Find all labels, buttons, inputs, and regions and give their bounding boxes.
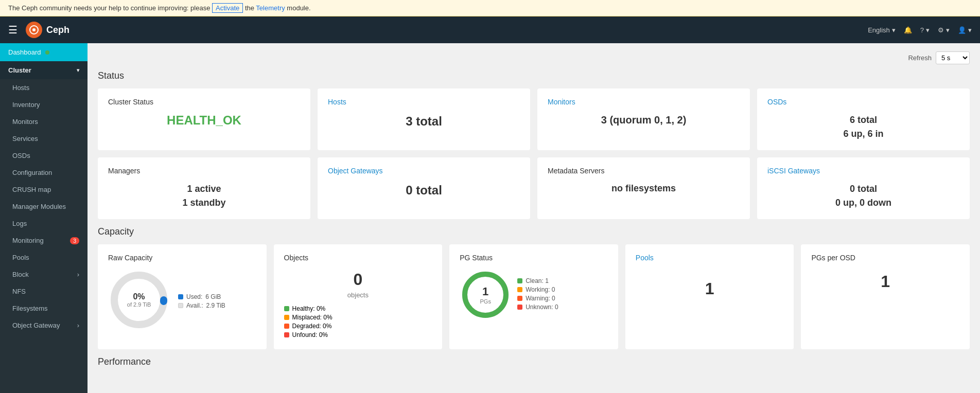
objects-value: 0 [284,270,432,289]
bell-icon[interactable]: 🔔 [904,26,912,34]
pg-status-card: PG Status 1 PGs [449,244,618,349]
working-dot [517,287,522,292]
sidebar-item-monitoring[interactable]: Monitoring 3 [0,232,87,249]
status-cards-row2: Managers 1 active 1 standby Object Gatew… [98,157,970,219]
help-icon[interactable]: ? ▾ [920,26,930,34]
logo-icon [26,22,42,38]
pg-center: 1 PGs [480,285,491,305]
degraded-dot [284,324,289,329]
sidebar-item-hosts[interactable]: Hosts [0,79,87,96]
sidebar-cluster-header[interactable]: Cluster ▾ [0,61,87,79]
chevron-right-icon: › [77,321,79,329]
logo: Ceph [26,22,69,38]
unfound-dot [284,332,289,337]
capacity-legend: Used: 6 GiB Avail.: 2.9 TiB [178,293,225,311]
monitors-card-title[interactable]: Monitors [548,98,740,106]
cluster-status-card: Cluster Status HEALTH_OK [98,88,310,150]
iscsi-gateways-card: iSCSI Gateways 0 total 0 up, 0 down [757,157,970,219]
pg-donut: 1 PGs [460,269,511,320]
banner-message: The Ceph community needs your help to co… [8,4,210,12]
pools-title[interactable]: Pools [636,254,654,262]
chevron-down-icon: ▾ [946,26,950,34]
sidebar-item-dashboard[interactable]: Dashboard [0,43,87,61]
managers-card-value: 1 active 1 standby [108,182,300,210]
menu-toggle-icon[interactable]: ☰ [8,24,18,36]
osds-card-value: 6 total 6 up, 6 in [767,113,959,141]
metadata-servers-title: Metadata Servers [548,167,740,175]
managers-standby: 1 standby [108,196,300,210]
object-gateways-title[interactable]: Object Gateways [328,167,520,175]
capacity-section-title: Capacity [98,226,970,237]
warning-dot [517,296,522,301]
metadata-servers-value: no filesystems [548,183,740,194]
chevron-right-icon: › [77,271,79,278]
objects-misplaced: Misplaced: 0% [284,314,432,321]
objects-healthy: Healthy: 0% [284,305,432,312]
sidebar-item-crush-map[interactable]: CRUSH map [0,181,87,198]
sidebar-item-osds[interactable]: OSDs [0,147,87,164]
pg-clean: Clean: 1 [517,277,558,284]
banner-module: module. [287,4,310,12]
sidebar-item-nfs[interactable]: NFS [0,283,87,300]
pg-inner: 1 PGs Clean: 1 Working: 0 [460,269,608,320]
sidebar-item-monitors[interactable]: Monitors [0,113,87,130]
activate-button[interactable]: Activate [212,3,243,13]
monitors-card-value: 3 (quorum 0, 1, 2) [548,114,740,126]
sidebar-item-pools[interactable]: Pools [0,249,87,266]
misplaced-dot [284,315,289,320]
logo-text: Ceph [46,25,69,35]
object-gateways-card: Object Gateways 0 total [318,157,530,219]
legend-used: Used: 6 GiB [178,293,225,300]
avail-color-dot [178,303,183,308]
pgs-per-osd-value: 1 [811,272,959,291]
header-left: ☰ Ceph [8,22,69,38]
osds-card: OSDs 6 total 6 up, 6 in [757,88,970,150]
managers-active: 1 active [108,182,300,196]
sidebar-item-object-gateway[interactable]: Object Gateway › [0,317,87,334]
pg-status-title: PG Status [460,254,608,262]
refresh-select[interactable]: 5 s off 10 s 30 s 1 min [936,51,970,64]
clean-dot [517,278,522,283]
sidebar-item-services[interactable]: Services [0,130,87,147]
osds-total: 6 total [767,113,959,127]
legend-avail: Avail.: 2.9 TiB [178,302,225,309]
hosts-card-value: 3 total [328,114,520,129]
objects-unfound: Unfound: 0% [284,331,432,338]
performance-section-title: Performance [98,356,970,367]
objects-title: Objects [284,254,432,262]
sidebar: Dashboard Cluster ▾ Hosts Inventory Moni… [0,43,87,393]
pgs-per-osd-title: PGs per OSD [811,254,959,262]
header-right: English ▾ 🔔 ? ▾ ⚙ ▾ 👤 ▾ [868,26,972,34]
objects-card: Objects 0 objects Healthy: 0% Misplaced:… [274,244,443,349]
telemetry-link[interactable]: Telemetry [256,4,285,12]
sidebar-item-logs[interactable]: Logs [0,215,87,232]
objects-degraded: Degraded: 0% [284,323,432,330]
osds-card-title[interactable]: OSDs [767,98,959,106]
status-section-title: Status [98,70,970,81]
user-icon[interactable]: 👤 ▾ [958,26,972,34]
pg-warning: Warning: 0 [517,295,558,302]
monitoring-badge: 3 [70,237,79,244]
settings-icon[interactable]: ⚙ ▾ [938,26,950,34]
raw-capacity-percent: 0% of 2.9 TiB [127,292,151,308]
pools-card: Pools 1 [625,244,794,349]
dashboard-label: Dashboard [8,48,41,56]
refresh-bar: Refresh 5 s off 10 s 30 s 1 min [98,51,970,64]
hosts-card: Hosts 3 total [318,88,530,150]
svg-point-1 [32,28,36,31]
cluster-status-title: Cluster Status [108,98,300,106]
hosts-card-title[interactable]: Hosts [328,98,520,106]
sidebar-item-manager-modules[interactable]: Manager Modules [0,198,87,215]
metadata-servers-card: Metadata Servers no filesystems [537,157,750,219]
iscsi-gateways-title[interactable]: iSCSI Gateways [767,167,959,175]
iscsi-gateways-value: 0 total 0 up, 0 down [767,182,959,210]
sidebar-item-filesystems[interactable]: Filesystems [0,300,87,317]
monitors-card: Monitors 3 (quorum 0, 1, 2) [537,88,750,150]
sidebar-item-inventory[interactable]: Inventory [0,96,87,113]
sidebar-item-block[interactable]: Block › [0,266,87,283]
top-banner: The Ceph community needs your help to co… [0,0,980,16]
unknown-dot [517,305,522,310]
sidebar-item-configuration[interactable]: Configuration [0,164,87,181]
cluster-status-value: HEALTH_OK [108,113,300,128]
language-selector[interactable]: English ▾ [868,26,896,34]
